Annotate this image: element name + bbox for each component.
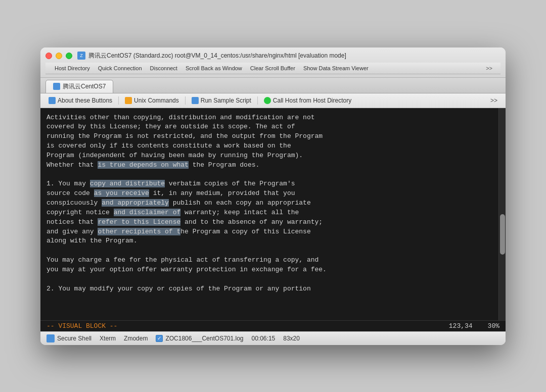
cursor-position: 123,34 xyxy=(449,322,473,330)
session-time: 00:06:15 xyxy=(252,335,276,342)
menu-disconnect[interactable]: Disconnect xyxy=(146,64,181,72)
btn-unix-commands[interactable]: Unix Commands xyxy=(122,96,182,105)
btn-about[interactable]: About these Buttons xyxy=(46,96,115,105)
bottom-bar: Secure Shell Xterm Zmodem ✓ ZOC1806___Ce… xyxy=(40,331,506,345)
term-line-2: covered by this License; they are outsid… xyxy=(47,122,492,132)
term-line-9: source code as you receive it, in any me… xyxy=(47,189,492,199)
traffic-lights xyxy=(46,53,72,59)
btn-about-label: About these Buttons xyxy=(58,97,112,104)
button-bar: About these Buttons Unix Commands Run Sa… xyxy=(40,93,506,108)
btn-run-label: Run Sample Script xyxy=(201,97,251,104)
scroll-percent: 30% xyxy=(488,322,499,330)
term-line-1: Activities other than copying, distribut… xyxy=(47,113,492,123)
term-line-14: along with the Program. xyxy=(47,236,492,246)
scrollbar-thumb[interactable] xyxy=(500,214,505,255)
protocol-item: Secure Shell xyxy=(47,334,92,342)
terminal-content[interactable]: Activities other than copying, distribut… xyxy=(40,108,498,320)
terminal-scrollbar[interactable] xyxy=(498,108,506,320)
btn-call-label: Call Host from Host Directory xyxy=(273,97,351,104)
main-window: Z 腾讯云CentOS7 (Standard.zoc) root@VM_0_14… xyxy=(40,47,506,345)
transfer-label: Zmodem xyxy=(124,335,148,342)
btn-unix-label: Unix Commands xyxy=(134,97,179,104)
menu-more[interactable]: >> xyxy=(483,64,495,72)
unix-folder-icon xyxy=(125,97,132,104)
terminal-wrapper: Activities other than copying, distribut… xyxy=(40,108,506,320)
term-line-11: copyright notice and disclaimer of warra… xyxy=(47,208,492,218)
tab-label: 腾讯云CentOS7 xyxy=(63,82,106,91)
tab-bar: 腾讯云CentOS7 xyxy=(40,78,506,93)
terminal-dimensions: 83x20 xyxy=(283,335,300,342)
log-filename: ZOC1806___CentOS701.log xyxy=(165,335,243,342)
protocol-icon xyxy=(47,334,55,342)
maximize-button[interactable] xyxy=(66,53,72,59)
term-line-10: conspicuously and appropriately publish … xyxy=(47,199,492,208)
visual-block-indicator: -- VISUAL BLOCK -- xyxy=(47,322,449,330)
term-line-3: running the Program is not restricted, a… xyxy=(47,132,492,141)
button-bar-more[interactable]: >> xyxy=(487,96,500,105)
menu-bar: Host Directory Quick Connection Disconne… xyxy=(46,63,500,74)
close-button[interactable] xyxy=(46,53,52,59)
menu-scroll-back[interactable]: Scroll Back as Window xyxy=(181,64,246,72)
term-line-7 xyxy=(47,170,492,180)
menu-host-directory[interactable]: Host Directory xyxy=(51,64,94,72)
term-line-4: is covered only if its contents constitu… xyxy=(47,141,492,151)
minimize-button[interactable] xyxy=(56,53,62,59)
menu-data-stream[interactable]: Show Data Stream Viewer xyxy=(299,64,373,72)
term-line-12: notices that refer to this License and t… xyxy=(47,218,492,227)
status-bar: -- VISUAL BLOCK -- 123,34 30% xyxy=(40,320,506,331)
app-icon: Z xyxy=(77,52,85,60)
term-line-16: You may charge a fee for the physical ac… xyxy=(47,256,492,265)
menu-quick-connection[interactable]: Quick Connection xyxy=(94,64,146,72)
title-bar: Z 腾讯云CentOS7 (Standard.zoc) root@VM_0_14… xyxy=(40,47,506,78)
term-line-17: you may at your option offer warranty pr… xyxy=(47,265,492,275)
window-title: 腾讯云CentOS7 (Standard.zoc) root@VM_0_14_c… xyxy=(88,52,500,60)
separator-1 xyxy=(118,96,119,105)
title-bar-top: Z 腾讯云CentOS7 (Standard.zoc) root@VM_0_14… xyxy=(46,52,500,60)
emulation-label: Xterm xyxy=(100,335,116,342)
btn-call-host[interactable]: Call Host from Host Directory xyxy=(261,96,354,105)
term-line-6: Whether that is true depends on what the… xyxy=(47,161,492,170)
protocol-label: Secure Shell xyxy=(57,335,92,342)
log-item[interactable]: ✓ ZOC1806___CentOS701.log xyxy=(156,335,243,342)
log-checkbox[interactable]: ✓ xyxy=(156,335,163,342)
term-line-8: 1. You may copy and distribute verbatim … xyxy=(47,179,492,189)
menu-clear-scroll[interactable]: Clear Scroll Buffer xyxy=(246,64,299,72)
term-line-18 xyxy=(47,275,492,284)
btn-run-script[interactable]: Run Sample Script xyxy=(189,96,254,105)
term-line-19: 2. You may modify your copy or copies of… xyxy=(47,284,492,294)
tab-icon xyxy=(53,83,60,90)
term-line-5: Program (independent of having been made… xyxy=(47,151,492,161)
separator-2 xyxy=(185,96,186,105)
term-line-15 xyxy=(47,246,492,256)
about-icon xyxy=(49,97,56,104)
call-host-icon xyxy=(264,97,271,104)
term-line-13: and give any other recipients of the Pro… xyxy=(47,227,492,237)
tab-centos7[interactable]: 腾讯云CentOS7 xyxy=(46,80,113,93)
separator-3 xyxy=(257,96,258,105)
run-script-icon xyxy=(192,97,199,104)
